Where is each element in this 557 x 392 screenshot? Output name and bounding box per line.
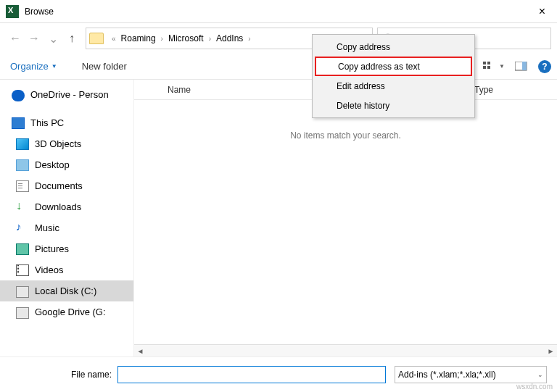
column-type[interactable]: Type	[470, 85, 557, 95]
menu-edit-address[interactable]: Edit address	[315, 76, 472, 96]
folder-icon	[89, 33, 104, 44]
view-icons-button[interactable]	[477, 58, 502, 75]
tree-music[interactable]: ♪Music	[0, 217, 133, 238]
menu-copy-address[interactable]: Copy address	[315, 37, 472, 57]
tree-label: OneDrive - Person	[30, 89, 109, 100]
pc-icon	[12, 117, 25, 129]
footer: File name: Add-ins (*.xlam;*.xla;*.xll) …	[0, 356, 557, 392]
filter-label: Add-ins (*.xlam;*.xla;*.xll)	[398, 370, 496, 380]
tree-downloads[interactable]: ↓Downloads	[0, 196, 133, 217]
chevron-down-icon[interactable]: ▼	[499, 63, 505, 70]
filename-label: File name:	[54, 370, 112, 380]
context-menu: Copy address Copy address as text Edit a…	[312, 34, 475, 118]
title-bar: Browse ×	[0, 0, 557, 23]
cube-icon	[16, 138, 29, 150]
pictures-icon	[16, 243, 29, 255]
forward-button: →	[25, 29, 44, 48]
disk-icon	[16, 307, 29, 319]
chevron-right-icon[interactable]: ›	[207, 35, 213, 43]
tree-label: Google Drive (G:	[35, 306, 106, 317]
tree-desktop[interactable]: Desktop	[0, 154, 133, 175]
empty-message: No items match your search.	[134, 130, 557, 141]
tree-label: Local Disk (C:)	[35, 285, 96, 296]
scroll-right-icon[interactable]: ►	[545, 347, 557, 355]
close-button[interactable]: ×	[533, 5, 551, 18]
tree-label: 3D Objects	[35, 138, 81, 149]
menu-delete-history[interactable]: Delete history	[315, 96, 472, 115]
tree-pictures[interactable]: Pictures	[0, 238, 133, 259]
preview-pane-button[interactable]	[509, 58, 534, 75]
tree-onedrive[interactable]: OneDrive - Person	[0, 84, 133, 105]
tree-label: Desktop	[35, 159, 70, 170]
filename-input[interactable]	[117, 366, 386, 383]
svg-rect-5	[522, 62, 527, 70]
cloud-icon	[12, 90, 25, 101]
download-icon: ↓	[16, 201, 29, 213]
tree-local-disk[interactable]: Local Disk (C:)	[0, 280, 133, 301]
chevron-right-icon[interactable]: ›	[159, 35, 165, 43]
tree-label: Music	[35, 222, 59, 233]
svg-rect-2	[483, 66, 486, 69]
svg-rect-1	[487, 62, 490, 64]
chevron-left-icon[interactable]: «	[110, 35, 118, 43]
breadcrumb-microsoft[interactable]: Microsoft	[165, 33, 207, 43]
window-title: Browse	[25, 7, 54, 17]
tree-label: Downloads	[35, 201, 81, 212]
chevron-right-icon[interactable]: ›	[246, 35, 252, 43]
svg-rect-0	[483, 62, 486, 64]
menu-copy-address-text[interactable]: Copy address as text	[315, 57, 472, 76]
tree-documents[interactable]: Documents	[0, 175, 133, 196]
music-icon: ♪	[16, 222, 29, 234]
nav-tree[interactable]: OneDrive - Person This PC 3D Objects Des…	[0, 80, 134, 356]
chevron-down-icon: ⌄	[537, 371, 543, 378]
tree-3d-objects[interactable]: 3D Objects	[0, 133, 133, 154]
scroll-left-icon[interactable]: ◄	[134, 347, 147, 355]
tree-label: This PC	[30, 117, 64, 128]
video-icon	[16, 264, 29, 276]
breadcrumb-roaming[interactable]: Roaming	[118, 33, 159, 43]
disk-icon	[16, 286, 29, 298]
chevron-down-icon: ▼	[51, 63, 57, 70]
file-list[interactable]: Name Type No items match your search. ◄ …	[134, 80, 557, 356]
tree-label: Videos	[35, 264, 64, 275]
tree-label: Documents	[35, 180, 83, 191]
tree-videos[interactable]: Videos	[0, 259, 133, 280]
watermark: wsxdn.com	[516, 383, 553, 391]
desktop-icon	[16, 159, 29, 171]
svg-rect-3	[487, 66, 490, 69]
horizontal-scrollbar[interactable]: ◄ ►	[134, 344, 557, 356]
tree-thispc[interactable]: This PC	[0, 112, 133, 133]
help-button[interactable]: ?	[538, 60, 551, 73]
back-button[interactable]: ←	[6, 29, 25, 48]
recent-locations-button[interactable]: ⌄	[44, 29, 62, 48]
file-type-filter[interactable]: Add-ins (*.xlam;*.xla;*.xll) ⌄	[395, 366, 547, 383]
organize-button[interactable]: Organize ▼	[10, 61, 57, 72]
organize-label: Organize	[10, 61, 49, 72]
document-icon	[16, 180, 29, 192]
breadcrumb-addins[interactable]: AddIns	[213, 33, 246, 43]
tree-label: Pictures	[35, 243, 69, 254]
up-button[interactable]: ↑	[62, 29, 81, 48]
new-folder-button[interactable]: New folder	[82, 61, 127, 72]
tree-google-drive[interactable]: Google Drive (G:	[0, 301, 133, 322]
excel-icon	[6, 5, 19, 18]
